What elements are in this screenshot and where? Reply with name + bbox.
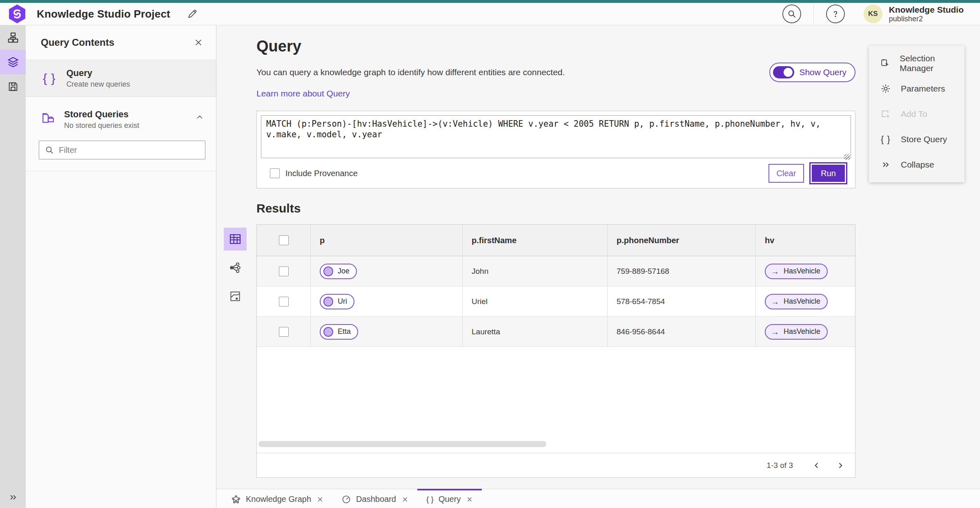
filter-input[interactable] bbox=[59, 145, 199, 155]
entity-pill-label: Etta bbox=[338, 327, 351, 336]
clear-button[interactable]: Clear bbox=[768, 164, 804, 183]
knowledge-studio-app: Knowledge Studio Project bbox=[0, 0, 980, 508]
relationship-pill[interactable]: → HasVehicle bbox=[765, 264, 828, 279]
graph-view-button[interactable] bbox=[224, 256, 247, 279]
phonenumber-cell: 846-956-8644 bbox=[608, 317, 756, 347]
query-item-text: Query Create new queries bbox=[66, 68, 130, 89]
left-icon-rail bbox=[0, 25, 26, 508]
braces-icon: { } bbox=[43, 72, 56, 85]
tab-close-button[interactable] bbox=[466, 496, 473, 503]
row-checkbox[interactable] bbox=[279, 266, 289, 276]
description-row: You can query a knowledge graph to ident… bbox=[256, 67, 855, 77]
search-button[interactable] bbox=[782, 4, 801, 23]
selection-manager-icon bbox=[880, 58, 891, 69]
parameters-button[interactable]: Parameters bbox=[869, 76, 964, 101]
map-view-button[interactable] bbox=[224, 285, 247, 308]
tab-knowledge-graph[interactable]: Knowledge Graph bbox=[222, 489, 332, 508]
braces-icon: { } bbox=[426, 495, 434, 504]
firstname-cell: Uriel bbox=[463, 286, 608, 317]
gear-icon bbox=[880, 83, 892, 94]
table-row: Etta Lauretta 846-956-8644 → HasVehicle bbox=[257, 317, 855, 347]
show-query-label: Show Query bbox=[799, 67, 846, 77]
column-header-phonenumber[interactable]: p.phoneNumber bbox=[608, 225, 756, 256]
panel-close-button[interactable] bbox=[194, 38, 203, 47]
double-chevron-right-icon bbox=[8, 492, 18, 502]
chevron-left-icon bbox=[813, 461, 821, 470]
previous-page-button[interactable] bbox=[808, 457, 826, 474]
app-logo-icon[interactable] bbox=[8, 4, 26, 24]
topbar-divider bbox=[813, 3, 814, 25]
relationship-pill-label: HasVehicle bbox=[784, 327, 820, 336]
collapse-panel-button[interactable]: Collapse bbox=[869, 152, 964, 177]
tab-dashboard[interactable]: Dashboard bbox=[332, 489, 417, 508]
query-editor[interactable]: MATCH (p:Person)-[hv:HasVehicle]->(v:Veh… bbox=[261, 115, 851, 158]
table-view-button[interactable] bbox=[224, 228, 247, 251]
firstname-cell: John bbox=[463, 256, 608, 286]
hierarchy-icon bbox=[7, 31, 19, 44]
next-page-button[interactable] bbox=[831, 457, 849, 474]
rail-item-contents[interactable] bbox=[0, 50, 26, 74]
app-body: Query Contents { } Query Create new quer… bbox=[0, 25, 980, 508]
column-header-p[interactable]: p bbox=[311, 225, 463, 256]
search-icon bbox=[787, 9, 796, 18]
entity-pill-label: Uri bbox=[338, 297, 347, 306]
tab-close-button[interactable] bbox=[402, 496, 408, 503]
account-info[interactable]: Knowledge Studio publisher2 bbox=[889, 5, 964, 23]
column-header-hv[interactable]: hv bbox=[756, 225, 855, 256]
store-query-button[interactable]: { } Store Query bbox=[869, 127, 964, 152]
row-checkbox[interactable] bbox=[279, 327, 289, 337]
bottom-tab-bar: Knowledge Graph bbox=[216, 489, 980, 508]
user-avatar[interactable]: KS bbox=[864, 4, 882, 23]
row-checkbox[interactable] bbox=[279, 297, 289, 307]
entity-pill[interactable]: Joe bbox=[320, 264, 357, 279]
stored-queries-folder-icon bbox=[41, 111, 55, 125]
entity-pill[interactable]: Uri bbox=[320, 294, 354, 309]
parameters-label: Parameters bbox=[901, 84, 945, 94]
toggle-switch-icon bbox=[773, 66, 794, 78]
node-icon bbox=[323, 297, 333, 307]
close-icon bbox=[317, 496, 323, 503]
phonenumber-cell: 759-889-57168 bbox=[608, 256, 756, 286]
show-query-toggle[interactable]: Show Query bbox=[769, 63, 855, 82]
table-row: Joe John 759-889-57168 → HasVehicle bbox=[257, 256, 855, 286]
top-bar-right: KS Knowledge Studio publisher2 bbox=[782, 3, 980, 25]
include-provenance-control[interactable]: Include Provenance bbox=[270, 168, 358, 178]
add-to-button[interactable]: Add To bbox=[869, 101, 964, 127]
relationship-pill-label: HasVehicle bbox=[784, 297, 820, 306]
query-item-title: Query bbox=[66, 68, 130, 78]
page-description: You can query a knowledge graph to ident… bbox=[256, 67, 565, 77]
help-button[interactable] bbox=[826, 4, 845, 23]
chevron-right-icon bbox=[836, 461, 844, 470]
tab-close-button[interactable] bbox=[317, 496, 323, 503]
relationship-pill-label: HasVehicle bbox=[784, 267, 820, 275]
stored-queries-text: Stored Queries No stored queries exist bbox=[64, 109, 196, 130]
query-page: Query You can query a knowledge graph to… bbox=[216, 25, 855, 478]
results-view-switcher bbox=[223, 228, 247, 308]
relationship-cell: → HasVehicle bbox=[756, 317, 855, 347]
query-actions-row: Include Provenance Clear Run bbox=[257, 159, 855, 188]
node-icon bbox=[323, 327, 333, 337]
learn-more-link[interactable]: Learn more about Query bbox=[256, 89, 350, 98]
rail-item-save[interactable] bbox=[0, 74, 26, 99]
layers-icon bbox=[7, 56, 19, 68]
entity-pill[interactable]: Etta bbox=[320, 324, 358, 340]
top-bar: Knowledge Studio Project bbox=[0, 0, 980, 25]
select-all-checkbox[interactable] bbox=[279, 235, 289, 245]
tab-query[interactable]: { } Query bbox=[417, 489, 482, 508]
selection-manager-button[interactable]: Selection Manager bbox=[869, 51, 964, 76]
expand-rail-button[interactable] bbox=[0, 492, 26, 502]
include-provenance-checkbox[interactable] bbox=[270, 168, 280, 178]
firstname-cell: Lauretta bbox=[463, 317, 608, 347]
relationship-pill[interactable]: → HasVehicle bbox=[765, 294, 828, 309]
query-item[interactable]: { } Query Create new queries bbox=[26, 60, 216, 97]
column-header-firstname[interactable]: p.firstName bbox=[463, 225, 608, 256]
rail-item-data-model[interactable] bbox=[0, 25, 26, 50]
edit-title-button[interactable] bbox=[187, 8, 198, 20]
phonenumber-cell: 578-654-7854 bbox=[608, 286, 756, 317]
relationship-pill[interactable]: → HasVehicle bbox=[765, 324, 828, 340]
horizontal-scrollbar[interactable] bbox=[258, 441, 546, 447]
dashboard-gauge-icon bbox=[341, 495, 351, 504]
collapse-stored-queries-button[interactable] bbox=[196, 113, 204, 121]
table-empty-area bbox=[257, 347, 855, 453]
run-button[interactable]: Run bbox=[811, 163, 846, 183]
